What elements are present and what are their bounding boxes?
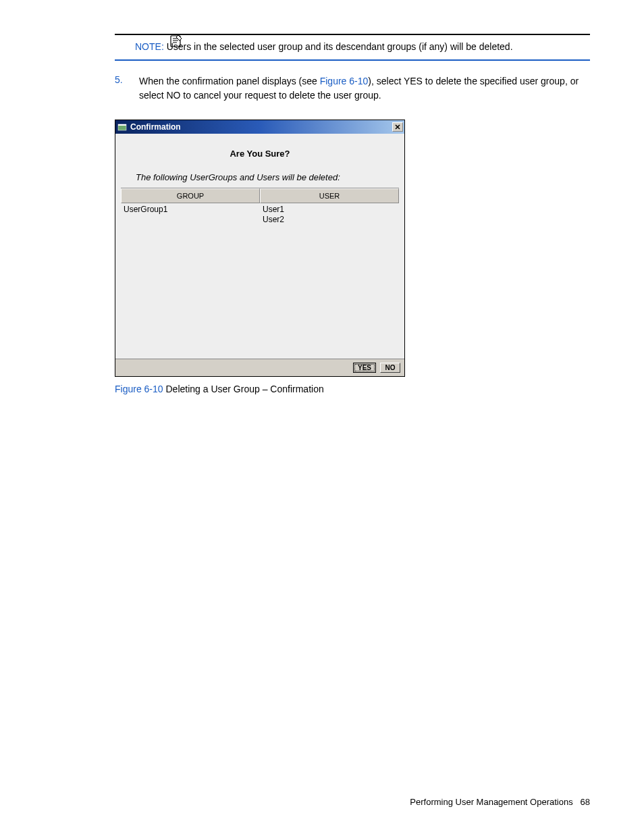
dialog-subtext: The following UserGroups and Users will … bbox=[115, 165, 404, 188]
dialog-title: Confirmation bbox=[130, 122, 392, 132]
figure-caption-link[interactable]: Figure 6-10 bbox=[115, 384, 163, 394]
svg-rect-5 bbox=[118, 124, 126, 126]
table-row: UserGroup1 bbox=[124, 205, 257, 215]
note-label: NOTE: bbox=[135, 41, 164, 52]
step-text: When the confirmation panel displays (se… bbox=[139, 74, 590, 103]
figure-caption-text: Deleting a User Group – Confirmation bbox=[163, 384, 324, 394]
note-box: NOTE: Users in the selected user group a… bbox=[115, 34, 590, 61]
confirmation-dialog-figure: Confirmation Are You Sure? The following… bbox=[115, 120, 590, 377]
table-body: UserGroup1 User1 User2 bbox=[121, 203, 399, 359]
figure-link-inline[interactable]: Figure 6-10 bbox=[320, 76, 369, 86]
figure-caption: Figure 6-10 Deleting a User Group – Conf… bbox=[115, 384, 590, 394]
step-number: 5. bbox=[115, 74, 126, 103]
step-5: 5. When the confirmation panel displays … bbox=[115, 74, 590, 103]
dialog-body: Are You Sure? The following UserGroups a… bbox=[115, 134, 404, 376]
dialog-footer: YES NO bbox=[115, 359, 404, 376]
note-text: Users in the selected user group and its… bbox=[167, 41, 513, 52]
user-column: User1 User2 bbox=[260, 203, 399, 359]
group-column: UserGroup1 bbox=[121, 203, 260, 359]
column-header-user: USER bbox=[260, 188, 399, 203]
document-page: NOTE: Users in the selected user group a… bbox=[0, 0, 644, 834]
table-header: GROUP USER bbox=[121, 188, 399, 203]
confirmation-dialog: Confirmation Are You Sure? The following… bbox=[115, 120, 405, 377]
column-header-group: GROUP bbox=[121, 188, 260, 203]
app-icon bbox=[117, 122, 128, 132]
close-button[interactable] bbox=[392, 122, 403, 132]
table-row: User1 bbox=[263, 205, 396, 215]
page-footer: Performing User Management Operations 68 bbox=[410, 797, 590, 807]
dialog-heading: Are You Sure? bbox=[115, 134, 404, 165]
footer-section: Performing User Management Operations bbox=[410, 797, 572, 807]
note-icon bbox=[169, 34, 184, 51]
dialog-table: GROUP USER bbox=[121, 188, 399, 203]
no-button[interactable]: NO bbox=[380, 363, 400, 373]
dialog-titlebar: Confirmation bbox=[115, 120, 404, 134]
yes-button[interactable]: YES bbox=[353, 363, 376, 373]
footer-page-number: 68 bbox=[581, 797, 590, 807]
table-row: User2 bbox=[263, 215, 396, 226]
